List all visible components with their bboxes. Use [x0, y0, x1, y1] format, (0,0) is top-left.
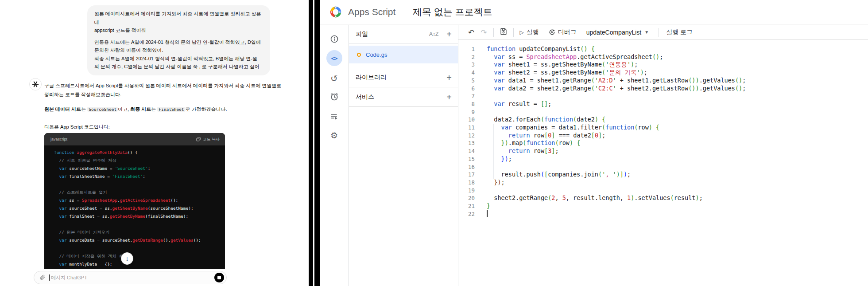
- libraries-label: 라이브러리: [356, 74, 446, 82]
- settings-nav-button[interactable]: ⚙: [326, 127, 342, 143]
- code-line: var ss = SpreadsheetApp.getActiveSpreads…: [487, 53, 746, 61]
- overview-nav-button[interactable]: [326, 31, 342, 47]
- debug-button[interactable]: 디버그: [549, 28, 577, 36]
- executions-nav-button[interactable]: [326, 109, 342, 125]
- run-button[interactable]: ▷ 실행: [520, 28, 539, 36]
- line-number: 2: [458, 53, 475, 61]
- project-history-nav-button[interactable]: ↺: [326, 71, 342, 86]
- code-line: var result = [];: [487, 100, 746, 108]
- divider-gap: [313, 0, 314, 286]
- project-title[interactable]: 제목 없는 프로젝트: [413, 6, 492, 18]
- code-line: var sourceSheetName = 'SourceSheet';: [54, 165, 225, 172]
- file-status-dot-icon: [357, 53, 361, 57]
- code-line: [54, 244, 225, 252]
- assistant-avatar: [29, 78, 42, 90]
- code-line: return row[3];: [487, 147, 746, 155]
- apps-script-header: Apps Script 제목 없는 프로젝트: [320, 0, 868, 24]
- code-line: // 시트 이름을 변수에 저장: [54, 157, 225, 165]
- add-service-button[interactable]: +: [446, 93, 452, 102]
- add-library-button[interactable]: +: [446, 73, 452, 82]
- sort-az-icon[interactable]: A↕Z: [429, 31, 438, 37]
- product-name: Apps Script: [348, 7, 395, 17]
- code-line: [487, 163, 746, 171]
- code-line: sheet2.getRange(2, 5, result.length, 1).…: [487, 194, 746, 202]
- code-line: var monthlyData = {};: [54, 260, 225, 268]
- debug-icon: [549, 29, 555, 35]
- run-label: 실행: [527, 28, 539, 36]
- chat-code-block: javascript 코드 복사 function aggregateMonth…: [44, 133, 225, 269]
- chat-code-area[interactable]: function aggregateMonthlyData() { // 시트 …: [44, 145, 225, 268]
- files-panel-header: 파일 A↕Z +: [349, 25, 458, 43]
- arrow-down-icon: ↓: [126, 255, 129, 262]
- copy-icon: [196, 137, 201, 141]
- add-file-button[interactable]: +: [446, 30, 452, 39]
- line-number: 21: [458, 202, 475, 210]
- code-line: function aggregateMonthlyData() {: [54, 149, 225, 157]
- text: 로 가정하겠습니다.: [186, 106, 227, 112]
- code-line: // 데이터 저장을 위한 객체 초기화: [54, 252, 225, 260]
- text: 는: [151, 106, 157, 112]
- redo-button[interactable]: ↷: [480, 28, 487, 37]
- toolbar-separator: [659, 28, 659, 37]
- scroll-to-bottom-button[interactable]: ↓: [121, 252, 133, 265]
- triggers-nav-button[interactable]: [326, 89, 342, 105]
- gear-icon: ⚙: [330, 130, 338, 140]
- line-number: 7: [458, 92, 475, 100]
- text: 이고,: [118, 106, 130, 112]
- attach-icon[interactable]: [39, 274, 46, 281]
- editor-nav-button[interactable]: <>: [326, 50, 342, 66]
- assistant-message: 구글 스프레드시트에서 App Script를 사용하여 원본 데이터 시트에서…: [44, 81, 286, 131]
- line-number: 6: [458, 85, 475, 93]
- code-line: [487, 210, 746, 218]
- function-select-dropdown[interactable]: updateCompanyList ▼: [586, 29, 649, 36]
- copy-code-button[interactable]: 코드 복사: [196, 137, 220, 142]
- run-icon: ▷: [520, 29, 524, 35]
- libraries-section: 라이브러리 +: [349, 68, 458, 87]
- chat-composer[interactable]: 메시지 ChatGPT: [34, 271, 227, 284]
- code-line: function updateCompanyList() {: [487, 45, 746, 53]
- left-nav-rail: <> ↺ ⚙: [320, 25, 349, 286]
- gas-code-area[interactable]: function updateCompanyList() { var ss = …: [487, 40, 746, 218]
- file-name: Code.gs: [366, 51, 387, 58]
- line-number: 14: [458, 147, 475, 155]
- code-line: [487, 92, 746, 100]
- save-button[interactable]: [500, 28, 507, 37]
- services-section: 서비스 +: [349, 87, 458, 107]
- user-message-paragraph: 원본 데이터시트에서 데이터를 가져와서 최종 시트에 연월별로 정리하고 싶은…: [94, 10, 263, 35]
- user-message-paragraph: 연동용 시트에는 A열에 2024-01 형식의 문의 남긴 연-월값이 적혀있…: [94, 38, 263, 71]
- line-number: 5: [458, 77, 475, 85]
- code-line: var data1 = sheet1.getRange('A2:D' + she…: [487, 77, 746, 85]
- line-number: 17: [458, 171, 475, 179]
- execution-log-button[interactable]: 실행 로그: [666, 28, 693, 36]
- toolbar-separator: [513, 28, 514, 37]
- code-line: [487, 187, 746, 195]
- editor-column: ↶ ↷ ▷ 실행: [458, 25, 868, 286]
- alarm-clock-icon: [330, 92, 339, 101]
- inline-code: FinalSheet: [157, 107, 185, 112]
- code-block-header: javascript 코드 복사: [44, 133, 225, 145]
- line-number: 13: [458, 139, 475, 147]
- assistant-paragraph: 구글 스프레드시트에서 App Script를 사용하여 원본 데이터 시트에서…: [44, 81, 286, 99]
- line-number: 20: [458, 194, 475, 202]
- code-line: var companies = data1.filter(function(ro…: [487, 124, 746, 132]
- code-line: var data2 = sheet2.getRange('C2:C' + she…: [487, 85, 746, 93]
- file-row-codegs[interactable]: Code.gs: [349, 46, 458, 63]
- line-number: 16: [458, 163, 475, 171]
- code-editor[interactable]: 12345678910111213141516171819202122 func…: [458, 40, 868, 286]
- message-input[interactable]: 메시지 ChatGPT: [51, 274, 214, 281]
- gas-gutter: 12345678910111213141516171819202122: [458, 40, 483, 218]
- files-header-label: 파일: [356, 30, 429, 38]
- code-line: var finalSheetName = 'FinalSheet';: [54, 172, 225, 180]
- undo-button[interactable]: ↶: [468, 28, 474, 37]
- code-line: var finalSheet = ss.getSheetByName(final…: [54, 212, 225, 220]
- executions-list-icon: [330, 112, 339, 121]
- bold-text: 최종 시트: [130, 106, 151, 112]
- stop-generating-button[interactable]: [214, 273, 224, 282]
- text-cursor: [49, 274, 50, 281]
- code-line: }).map(function(row) {: [487, 139, 746, 147]
- user-message-bubble: 원본 데이터시트에서 데이터를 가져와서 최종 시트에 연월별로 정리하고 싶은…: [87, 5, 270, 75]
- code-line: result.push([companies.join(', ')]);: [487, 171, 746, 179]
- code-line: // 원본 데이터 가져오기: [54, 228, 225, 236]
- code-language-label: javascript: [50, 137, 67, 141]
- save-icon: [500, 28, 507, 35]
